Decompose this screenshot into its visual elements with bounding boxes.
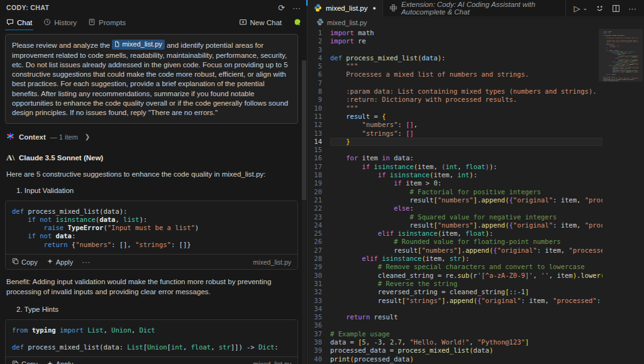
chat-panel-tabs: Chat History Prompts New Chat	[0, 15, 307, 30]
code-line: reversed_string = cleaned_string[::-1]	[330, 288, 602, 296]
line-number: 16	[308, 154, 322, 162]
line-number: 3	[308, 46, 322, 54]
assistant-intro: Here are 5 constructive suggestions to e…	[6, 170, 297, 178]
code-line: processed_data = process_mixed_list(data…	[330, 346, 602, 355]
split-editor-icon[interactable]	[612, 4, 620, 13]
chat-transcript: Please review and analyze the mixed_list…	[0, 30, 307, 364]
code-block-2-code[interactable]: from typing import List, Union, Dict def…	[6, 320, 297, 356]
code-line: def process_mixed_list(data: List[Union[…	[12, 343, 291, 351]
code-block-2: from typing import List, Union, Dict def…	[5, 319, 298, 364]
code-block-1: def process_mixed_list(data): if not isi…	[5, 201, 298, 270]
code-more-icon[interactable]: ···	[82, 360, 91, 364]
chat-scrollbar[interactable]	[302, 60, 306, 364]
tab-mixed-list-py[interactable]: mixed_list.py ●	[308, 0, 383, 16]
tab-history[interactable]: History	[42, 15, 78, 30]
chat-scrollbar-thumb[interactable]	[302, 60, 306, 200]
cody-account-icon[interactable]	[293, 18, 302, 27]
tab-label: Extension: Cody: AI Coding Assistant wit…	[401, 1, 560, 16]
code-line: print(processed_data)	[330, 355, 602, 363]
chat-panel-header: CODY: CHAT ⟳ ···	[0, 0, 307, 15]
copy-button[interactable]: Copy	[12, 360, 38, 364]
line-number: 17	[308, 163, 322, 171]
file-chip-label: mixed_list.py	[122, 40, 162, 49]
code-line: if isinstance(item, (int, float)):	[330, 163, 602, 171]
line-number: 18	[308, 171, 322, 179]
suggestion-1-title: 1. Input Validation	[16, 187, 297, 194]
new-chat-button[interactable]: New Chat	[239, 18, 282, 28]
sparkle-icon	[47, 360, 53, 364]
copy-icon	[12, 360, 19, 364]
line-number: 7	[308, 79, 322, 87]
book-icon	[88, 18, 96, 27]
line-number: 6	[308, 70, 322, 79]
code-block-1-footer: Copy Apply ··· mixed_list.py	[6, 254, 297, 269]
cody-chat-panel: CODY: CHAT ⟳ ··· Chat History Prompts Ne…	[0, 0, 308, 364]
model-name: Claude 3.5 Sonnet (New)	[19, 154, 103, 162]
cody-smiley-icon[interactable]	[596, 4, 604, 13]
line-number: 35	[308, 313, 322, 321]
human-message[interactable]: Please review and analyze the mixed_list…	[5, 34, 298, 124]
benefit-1-text: Benefit: Adding input validation would m…	[6, 277, 297, 297]
run-dropdown-chevron-icon[interactable]: ⌄	[582, 6, 587, 11]
vscode-window: CODY: CHAT ⟳ ··· Chat History Prompts Ne…	[0, 0, 644, 364]
panel-title: CODY: CHAT	[6, 4, 270, 11]
code-line: result["numbers"].append({"original": it…	[330, 221, 602, 229]
code-line: elif isinstance(item, str):	[330, 255, 602, 263]
tab-prompts[interactable]: Prompts	[87, 15, 127, 30]
apply-label: Apply	[56, 258, 74, 266]
code-line: :param data: List containing mixed types…	[330, 87, 602, 96]
code-line: result = {	[330, 113, 602, 121]
file-chip[interactable]: mixed_list.py	[112, 40, 165, 50]
line-number: 31	[308, 280, 322, 288]
suggestion-2-title: 2. Type Hints	[16, 306, 297, 313]
code-line: """	[330, 104, 602, 113]
apply-button[interactable]: Apply	[47, 258, 74, 266]
code-block-1-code[interactable]: def process_mixed_list(data): if not isi…	[6, 201, 297, 254]
line-number: 2	[308, 37, 322, 45]
code-line: elif isinstance(item, float):	[330, 229, 602, 238]
comment-icon	[6, 18, 14, 27]
more-actions-icon[interactable]: ···	[292, 4, 301, 12]
code-editor[interactable]: 1234567891011121314151617181920212223242…	[308, 29, 644, 364]
code-line: return result	[330, 313, 602, 321]
tab-extension-cody[interactable]: Extension: Cody: AI Coding Assistant wit…	[383, 0, 567, 16]
line-number: 32	[308, 288, 322, 296]
code-line: # Rounded value for floating-point numbe…	[330, 238, 602, 246]
message-text-before: Please review and analyze the	[12, 41, 112, 49]
editor-more-icon[interactable]: ···	[628, 4, 636, 13]
code-line: :return: Dictionary with processed resul…	[330, 96, 602, 104]
refresh-icon[interactable]: ⟳	[278, 4, 285, 12]
line-number: 30	[308, 272, 322, 280]
tab-chat[interactable]: Chat	[5, 15, 33, 30]
code-block-2-footer: Copy Apply ··· mixed_list.py	[6, 356, 297, 364]
code-line: "strings": []	[330, 130, 602, 138]
breadcrumb[interactable]: mixed_list.py	[308, 16, 644, 29]
apply-button[interactable]: Apply	[47, 360, 74, 364]
editor-lines[interactable]: import mathimport re def process_mixed_l…	[330, 29, 602, 364]
copy-button[interactable]: Copy	[12, 258, 38, 266]
code-line	[330, 46, 602, 54]
new-chat-label: New Chat	[250, 19, 282, 26]
code-line: from typing import List, Union, Dict	[12, 326, 291, 334]
line-number: 22	[308, 204, 322, 212]
run-icon[interactable]: ▷	[574, 4, 580, 13]
minimap[interactable]: import mathimport re def process_mixed_l…	[603, 31, 638, 81]
line-number: 28	[308, 255, 322, 263]
code-more-icon[interactable]: ···	[82, 258, 91, 266]
python-icon	[314, 4, 322, 13]
line-number: 4	[308, 54, 322, 62]
python-icon	[316, 18, 324, 27]
apply-label: Apply	[56, 360, 74, 364]
anthropic-logo-icon: A\	[6, 153, 14, 163]
line-number: 37	[308, 330, 322, 338]
message-text-after: and identify potential areas for improve…	[12, 41, 288, 116]
line-number-gutter: 1234567891011121314151617181920212223242…	[308, 29, 330, 364]
modified-dot-icon[interactable]: ●	[372, 5, 375, 11]
line-number: 5	[308, 62, 322, 70]
line-number: 24	[308, 221, 322, 229]
context-row[interactable]: Context — 1 item ❯	[6, 131, 297, 143]
line-number: 27	[308, 246, 322, 255]
line-number: 1	[308, 29, 322, 37]
line-number: 20	[308, 188, 322, 196]
code-line: if item > 0:	[330, 179, 602, 187]
